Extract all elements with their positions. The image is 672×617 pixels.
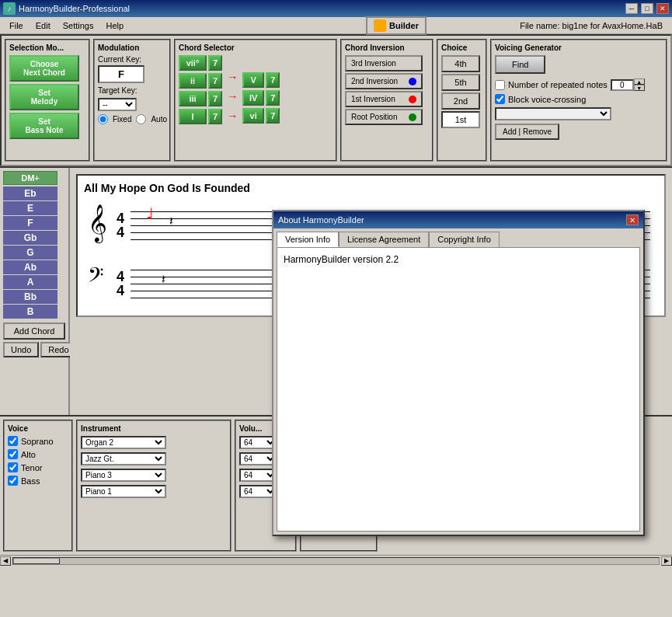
dialog-title-text: About HarmonyBuilder — [278, 215, 364, 225]
dialog-body: Version Info License Agreement Copyright… — [273, 228, 643, 535]
dialog-overlay: About HarmonyBuilder ✕ Version Info Lice… — [0, 0, 672, 617]
tab-version-info[interactable]: Version Info — [277, 232, 339, 247]
dialog-tab-bar: Version Info License Agreement Copyright… — [277, 232, 640, 247]
dialog-title-bar: About HarmonyBuilder ✕ — [273, 211, 643, 228]
dialog-close-button[interactable]: ✕ — [626, 214, 639, 225]
dialog-tab-content: HarmonyBuilder version 2.2 — [277, 247, 640, 532]
tab-copyright-info[interactable]: Copyright Info — [429, 232, 499, 247]
about-dialog: About HarmonyBuilder ✕ Version Info Lice… — [272, 210, 645, 536]
version-info-text: HarmonyBuilder version 2.2 — [284, 254, 399, 265]
tab-license-agreement[interactable]: License Agreement — [339, 232, 429, 247]
